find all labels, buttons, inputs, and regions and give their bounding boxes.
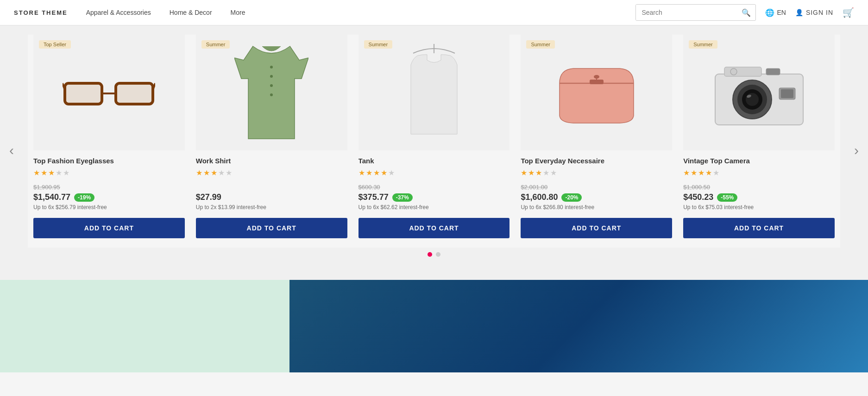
header: STORE THEME Apparel & Accessories Home &… xyxy=(0,0,868,25)
search-box: 🔍 xyxy=(635,4,756,21)
current-price-3: $1,600.80 xyxy=(521,192,558,202)
price-row-1: - xyxy=(196,184,347,191)
bottom-banner xyxy=(0,280,868,372)
product-card-camera: Summer xyxy=(678,35,840,248)
product-card-eyeglasses: Top Seller Top Fashion Eyeglasses xyxy=(28,35,190,248)
product-name-0: Top Fashion Eyeglasses xyxy=(33,157,185,165)
price-row-4: $1,000.50 xyxy=(683,184,835,191)
shirt-svg xyxy=(234,42,308,143)
product-card-shirt: Summer Work Shirt ★ xyxy=(190,35,353,248)
price-row-0: $1,900.95 xyxy=(33,184,185,191)
product-image-camera: Summer xyxy=(683,35,835,150)
product-image-tank: Summer xyxy=(359,35,510,150)
globe-icon: 🌐 xyxy=(765,8,774,17)
current-price-row-0: $1,540.77 -19% xyxy=(33,192,185,202)
product-badge-1: Summer xyxy=(201,40,230,49)
product-stars-1: ★ ★ ★ ★ ★ xyxy=(196,168,347,177)
add-to-cart-2[interactable]: ADD TO CART xyxy=(359,218,510,238)
add-to-cart-3[interactable]: ADD TO CART xyxy=(521,218,672,238)
add-to-cart-1[interactable]: ADD TO CART xyxy=(196,218,347,238)
original-price-0: $1,900.95 xyxy=(33,184,60,191)
svg-rect-13 xyxy=(590,80,604,84)
nav-home-decor[interactable]: Home & Decor xyxy=(170,9,212,16)
banner-right xyxy=(289,280,868,372)
nav-more[interactable]: More xyxy=(231,9,245,16)
svg-point-7 xyxy=(270,66,273,68)
original-price-4: $1,000.50 xyxy=(683,184,710,191)
svg-point-24 xyxy=(730,68,737,75)
carousel-dot-0[interactable] xyxy=(428,252,432,257)
product-badge-4: Summer xyxy=(689,40,717,49)
product-name-4: Vintage Top Camera xyxy=(683,157,835,165)
svg-rect-17 xyxy=(724,67,761,76)
svg-point-9 xyxy=(270,84,273,87)
product-stars-2: ★ ★ ★ ★ ★ xyxy=(359,168,510,177)
language-selector[interactable]: 🌐 EN xyxy=(765,8,786,17)
product-card-necessaire: Summer Top Everyday Necessaire ★ xyxy=(515,35,678,248)
product-image-shirt: Summer xyxy=(196,35,347,150)
carousel-next-button[interactable]: › xyxy=(849,138,863,163)
product-badge-3: Summer xyxy=(526,40,555,49)
nav-apparel[interactable]: Apparel & Accessories xyxy=(86,9,151,16)
installment-2: Up to 6x $62.62 interest-free xyxy=(359,204,510,210)
current-price-row-4: $450.23 -55% xyxy=(683,192,835,202)
product-name-1: Work Shirt xyxy=(196,157,347,165)
product-carousel: ‹ Top Seller xyxy=(0,25,868,280)
user-icon: 👤 xyxy=(795,9,804,16)
discount-badge-3: -20% xyxy=(561,193,582,202)
main-content: ‹ Top Seller xyxy=(0,25,868,372)
current-price-row-3: $1,600.80 -20% xyxy=(521,192,672,202)
current-price-4: $450.23 xyxy=(683,192,713,202)
logo: STORE THEME xyxy=(14,9,68,16)
product-badge-2: Summer xyxy=(364,40,393,49)
price-row-2: $600.30 xyxy=(359,184,510,191)
installment-4: Up to 6x $75.03 interest-free xyxy=(683,204,835,210)
sign-in-label: SIGN IN xyxy=(806,9,833,16)
current-price-row-1: $27.99 xyxy=(196,192,347,202)
banner-left xyxy=(0,280,289,372)
camera-svg xyxy=(711,56,808,130)
svg-point-22 xyxy=(746,93,759,106)
header-right: 🔍 🌐 EN 👤 SIGN IN 🛒 xyxy=(635,4,854,21)
product-card-tank: Summer Tank ★ ★ ★ ★ ★ xyxy=(353,35,516,248)
svg-point-15 xyxy=(594,75,599,79)
installment-3: Up to 6x $266.80 interest-free xyxy=(521,204,672,210)
product-image-eyeglasses: Top Seller xyxy=(33,35,185,150)
carousel-dots xyxy=(0,252,868,261)
original-price-2: $600.30 xyxy=(359,184,380,191)
svg-rect-18 xyxy=(766,68,780,75)
current-price-0: $1,540.77 xyxy=(33,192,70,202)
svg-rect-26 xyxy=(781,89,793,98)
necessaire-svg xyxy=(550,60,643,125)
svg-rect-6 xyxy=(117,85,151,103)
discount-badge-2: -37% xyxy=(392,193,413,202)
discount-badge-4: -55% xyxy=(717,193,737,202)
cart-icon[interactable]: 🛒 xyxy=(843,7,854,18)
installment-1: Up to 2x $13.99 interest-free xyxy=(196,204,347,210)
discount-badge-0: -19% xyxy=(74,193,94,202)
current-price-1: $27.99 xyxy=(196,192,221,202)
product-name-3: Top Everyday Necessaire xyxy=(521,157,672,165)
product-stars-4: ★ ★ ★ ★ ★ xyxy=(683,168,835,177)
svg-point-8 xyxy=(270,75,273,78)
tank-svg xyxy=(404,42,464,143)
carousel-dot-1[interactable] xyxy=(436,252,440,257)
sign-in-button[interactable]: 👤 SIGN IN xyxy=(795,9,833,16)
original-price-3: $2,001.00 xyxy=(521,184,547,191)
add-to-cart-4[interactable]: ADD TO CART xyxy=(683,218,835,238)
language-label: EN xyxy=(777,9,786,16)
price-row-3: $2,001.00 xyxy=(521,184,672,191)
search-button[interactable]: 🔍 xyxy=(737,8,755,17)
product-stars-3: ★ ★ ★ ★ ★ xyxy=(521,168,672,177)
svg-point-10 xyxy=(270,93,273,96)
svg-rect-5 xyxy=(66,85,101,103)
add-to-cart-0[interactable]: ADD TO CART xyxy=(33,218,185,238)
product-image-necessaire: Summer xyxy=(521,35,672,150)
eyeglasses-svg xyxy=(63,69,155,116)
search-input[interactable] xyxy=(636,5,737,20)
product-stars-0: ★ ★ ★ ★ ★ xyxy=(33,168,185,177)
carousel-prev-button[interactable]: ‹ xyxy=(5,138,19,163)
current-price-2: $375.77 xyxy=(359,192,389,202)
main-nav: Apparel & Accessories Home & Decor More xyxy=(86,9,636,16)
products-row: Top Seller Top Fashion Eyeglasses xyxy=(0,35,868,248)
